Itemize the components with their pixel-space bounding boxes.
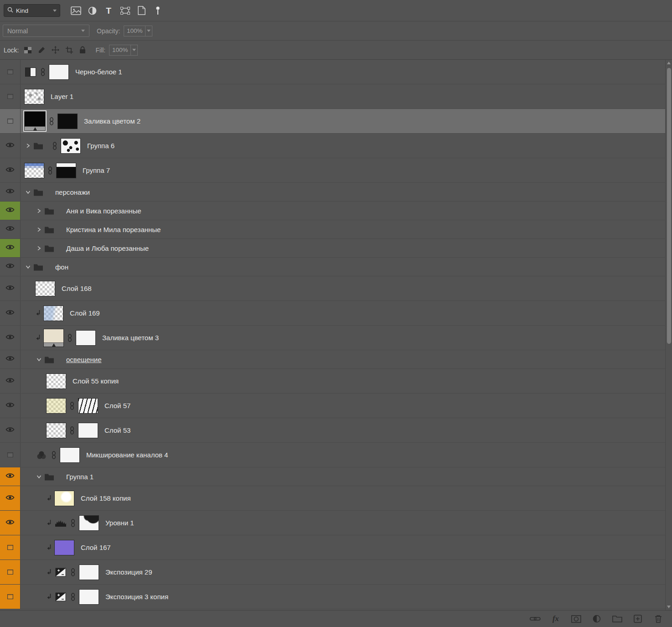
add-layer-mask-icon[interactable]	[571, 615, 582, 623]
mask-link-icon[interactable]	[70, 426, 74, 435]
layer-thumbnail[interactable]	[24, 163, 44, 178]
mask-link-icon[interactable]	[71, 593, 75, 601]
layer-mask-thumbnail[interactable]	[78, 423, 98, 438]
visibility-toggle[interactable]	[0, 276, 21, 301]
lock-pixels-icon[interactable]	[38, 47, 45, 54]
link-layers-icon[interactable]	[530, 616, 541, 622]
layer-name[interactable]: Даша и Люба порезанные	[66, 244, 149, 252]
delete-layer-icon[interactable]	[653, 615, 664, 623]
new-layer-icon[interactable]	[632, 615, 643, 623]
visibility-toggle[interactable]	[0, 326, 21, 350]
visibility-toggle[interactable]	[0, 109, 21, 133]
scroll-up-icon[interactable]	[667, 62, 671, 64]
layer-name[interactable]: Слой 167	[81, 544, 111, 551]
layer-row-6[interactable]: персонажи	[0, 183, 665, 202]
filter-pixel-layers-icon[interactable]	[70, 6, 81, 15]
visibility-toggle[interactable]	[0, 202, 21, 220]
layer-thumbnail[interactable]	[35, 281, 55, 296]
layer-row-14[interactable]: освещение	[0, 350, 665, 369]
visibility-toggle[interactable]	[0, 158, 21, 182]
visibility-toggle[interactable]	[0, 220, 21, 238]
collapse-chevron-icon[interactable]	[24, 190, 31, 195]
layer-mask-thumbnail[interactable]	[56, 163, 76, 178]
blend-mode-select[interactable]: Normal	[3, 25, 89, 37]
layer-thumbnail[interactable]	[46, 423, 66, 438]
lock-transparency-icon[interactable]	[24, 47, 31, 53]
layer-name[interactable]: Слой 53	[104, 426, 130, 434]
layer-mask-thumbnail[interactable]	[79, 565, 99, 580]
layer-name[interactable]: Экспозиция 3 копия	[105, 593, 168, 601]
layer-thumbnail[interactable]	[46, 398, 66, 414]
visibility-toggle[interactable]	[0, 394, 21, 418]
layer-name[interactable]: Слой 57	[104, 402, 130, 409]
mask-link-icon[interactable]	[71, 568, 75, 576]
filter-kind-select[interactable]: Kind	[4, 4, 60, 17]
scroll-down-icon[interactable]	[667, 606, 671, 608]
visibility-toggle[interactable]	[0, 239, 21, 257]
layer-name[interactable]: Экспозиция 29	[105, 568, 152, 576]
layer-mask-thumbnail[interactable]	[60, 447, 80, 463]
layer-thumbnail[interactable]	[61, 138, 81, 154]
layer-name[interactable]: Микширование каналов 4	[86, 451, 168, 459]
layer-name[interactable]: Группа 1	[66, 473, 94, 481]
visibility-toggle[interactable]	[0, 535, 21, 560]
layer-name[interactable]: Группа 6	[87, 142, 115, 150]
layer-row-18[interactable]: Микширование каналов 4	[0, 443, 665, 467]
layer-row-4[interactable]: Группа 6	[0, 134, 665, 158]
visibility-toggle[interactable]	[0, 84, 21, 109]
visibility-toggle[interactable]	[0, 183, 21, 201]
layer-thumbnail[interactable]	[54, 540, 74, 555]
layer-row-15[interactable]: Слой 55 копия	[0, 369, 665, 394]
visibility-toggle[interactable]	[0, 258, 21, 276]
layer-row-20[interactable]: Слой 158 копия	[0, 486, 665, 511]
layer-name[interactable]: Уровни 1	[105, 519, 134, 527]
layer-name[interactable]: освещение	[66, 356, 102, 363]
layer-row-21[interactable]: Уровни 1	[0, 511, 665, 535]
layer-row-23[interactable]: Экспозиция 29	[0, 560, 665, 585]
layer-mask-thumbnail[interactable]	[79, 589, 99, 605]
visibility-toggle[interactable]	[0, 560, 21, 584]
fill-input[interactable]: 100%	[109, 45, 138, 56]
layer-row-5[interactable]: Группа 7	[0, 158, 665, 183]
layer-thumbnail[interactable]	[43, 329, 64, 347]
new-adjustment-layer-icon[interactable]	[591, 615, 602, 623]
mask-link-icon[interactable]	[52, 142, 57, 150]
layer-name[interactable]: Слой 168	[62, 285, 92, 292]
layer-thumbnail[interactable]	[24, 89, 44, 104]
mask-link-icon[interactable]	[49, 117, 54, 125]
expand-chevron-icon[interactable]	[35, 208, 42, 213]
filter-smart-objects-icon[interactable]	[136, 6, 147, 15]
filter-type-layers-icon[interactable]: T	[103, 6, 114, 15]
layer-thumbnail[interactable]	[46, 373, 66, 389]
layer-row-22[interactable]: Слой 167	[0, 535, 665, 560]
filter-shape-layers-icon[interactable]	[120, 7, 130, 15]
visibility-toggle[interactable]	[0, 486, 21, 510]
layer-thumbnail[interactable]	[43, 306, 63, 321]
layer-name[interactable]: Группа 7	[83, 166, 110, 174]
layer-row-10[interactable]: фон	[0, 258, 665, 276]
layer-mask-thumbnail[interactable]	[49, 64, 69, 80]
collapse-chevron-icon[interactable]	[35, 474, 42, 479]
layer-name[interactable]: Кристина и Мила порезанные	[66, 226, 161, 233]
layer-row-13[interactable]: Заливка цветом 3	[0, 326, 665, 350]
scrollbar[interactable]	[665, 60, 672, 610]
opacity-dropdown-icon[interactable]	[145, 26, 152, 36]
filter-adjustment-layers-icon[interactable]	[87, 6, 98, 15]
fill-value[interactable]: 100%	[109, 45, 130, 55]
layer-row-3[interactable]: Заливка цветом 2	[0, 109, 665, 134]
layer-row-1[interactable]: Черно-белое 1	[0, 60, 665, 84]
mask-link-icon[interactable]	[41, 68, 45, 76]
opacity-value[interactable]: 100%	[124, 26, 145, 36]
expand-chevron-icon[interactable]	[35, 227, 42, 232]
mask-link-icon[interactable]	[71, 519, 75, 527]
lock-artboard-icon[interactable]	[66, 47, 73, 54]
layer-style-fx-icon[interactable]: fx	[550, 614, 561, 623]
layer-thumbnail[interactable]	[24, 111, 46, 131]
layer-name[interactable]: Layer 1	[51, 93, 73, 100]
layer-mask-thumbnail[interactable]	[57, 114, 78, 129]
filtering-toggle-icon[interactable]	[152, 6, 163, 15]
visibility-toggle[interactable]	[0, 511, 21, 535]
layer-thumbnail[interactable]	[54, 491, 74, 506]
visibility-toggle[interactable]	[0, 369, 21, 393]
layer-row-16[interactable]: Слой 57	[0, 394, 665, 418]
